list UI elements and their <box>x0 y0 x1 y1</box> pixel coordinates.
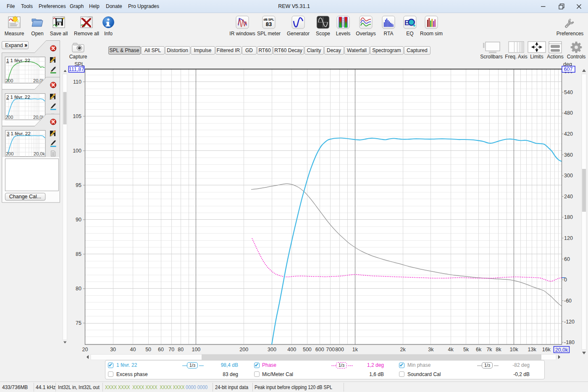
svg-text:16k: 16k <box>542 347 551 353</box>
svg-text:Change Cal...: Change Cal... <box>9 194 41 200</box>
svg-text:7k: 7k <box>486 347 492 353</box>
svg-text:85: 85 <box>76 251 81 257</box>
svg-text:3k: 3k <box>428 347 434 353</box>
svg-text:dB SPL: dB SPL <box>264 18 275 21</box>
svg-text:80: 80 <box>76 286 81 292</box>
svg-text:13k: 13k <box>528 347 537 353</box>
svg-text:20: 20 <box>82 347 88 353</box>
svg-text:300: 300 <box>268 347 276 353</box>
svg-text:10k: 10k <box>510 347 519 353</box>
svg-text:20,0k: 20,0k <box>34 151 45 156</box>
svg-text:1 1 févr. 22: 1 1 févr. 22 <box>6 58 30 63</box>
svg-text:40: 40 <box>130 347 136 353</box>
svg-text:100: 100 <box>192 347 200 353</box>
svg-text:20,0k: 20,0k <box>555 347 568 353</box>
svg-text:200: 200 <box>5 78 13 83</box>
svg-text:1k: 1k <box>352 347 358 353</box>
svg-text:100: 100 <box>73 148 81 154</box>
svg-text:400: 400 <box>287 347 296 353</box>
svg-text:500: 500 <box>303 347 312 353</box>
svg-text:180: 180 <box>564 214 573 220</box>
svg-text:60: 60 <box>564 256 570 262</box>
svg-text:75: 75 <box>76 320 81 326</box>
svg-text:83: 83 <box>266 21 272 27</box>
svg-text:0: 0 <box>564 277 567 283</box>
svg-text:3 1 févr. 22: 3 1 févr. 22 <box>7 131 31 136</box>
svg-text:30: 30 <box>110 347 116 353</box>
svg-text:8k: 8k <box>496 347 501 353</box>
svg-text:111,87: 111,87 <box>69 66 84 72</box>
svg-text:200: 200 <box>6 151 13 156</box>
svg-text:4k: 4k <box>448 347 454 353</box>
svg-text:2k: 2k <box>400 347 406 353</box>
svg-text:800: 800 <box>335 347 344 353</box>
svg-text:420: 420 <box>564 131 573 137</box>
svg-text:6k: 6k <box>476 347 482 353</box>
svg-text:2 1 févr. 22: 2 1 févr. 22 <box>6 95 30 100</box>
svg-text:480: 480 <box>564 110 573 116</box>
svg-text:5k: 5k <box>463 347 469 353</box>
svg-text:95: 95 <box>76 182 81 188</box>
svg-text:105: 105 <box>73 113 81 119</box>
svg-text:700: 700 <box>326 347 335 353</box>
svg-text:70: 70 <box>168 347 174 353</box>
svg-text:110: 110 <box>73 79 81 85</box>
svg-text:80: 80 <box>178 347 184 353</box>
svg-text:120: 120 <box>564 235 573 241</box>
svg-text:200: 200 <box>5 115 13 120</box>
svg-text:50: 50 <box>145 347 151 353</box>
svg-text:200: 200 <box>239 347 248 353</box>
svg-text:240: 240 <box>564 194 573 200</box>
svg-text:-120: -120 <box>564 319 575 325</box>
svg-text:607: 607 <box>564 66 573 72</box>
svg-text:-180: -180 <box>564 339 575 345</box>
svg-text:360: 360 <box>564 152 573 158</box>
svg-text:600: 600 <box>315 347 324 353</box>
svg-text:90: 90 <box>76 217 81 223</box>
svg-text:540: 540 <box>564 89 573 95</box>
svg-text:60: 60 <box>158 347 164 353</box>
svg-text:300: 300 <box>564 173 573 179</box>
svg-text:-60: -60 <box>564 298 572 304</box>
